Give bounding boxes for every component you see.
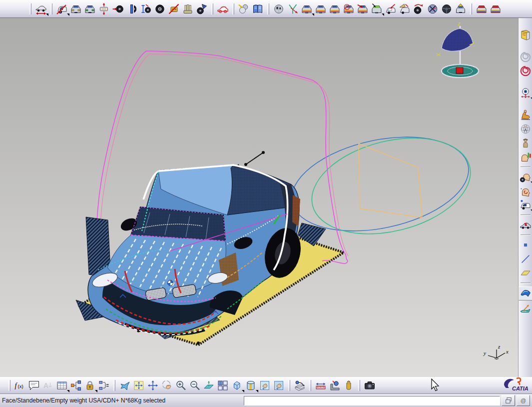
car_rear_circle-icon: [343, 3, 355, 15]
wheel-approach-button[interactable]: [111, 2, 124, 16]
catalog-browser-top-button[interactable]: [251, 2, 264, 16]
toolbar-handle[interactable]: [113, 380, 115, 391]
toolbar-handle[interactable]: [470, 4, 472, 14]
sightline-measure-button[interactable]: [286, 2, 299, 16]
dropdown-arrow-icon[interactable]: [46, 14, 48, 16]
surface-tool-button[interactable]: [519, 286, 532, 300]
pedal-unit-button[interactable]: [181, 2, 194, 16]
ground-clearance-button[interactable]: [167, 2, 180, 16]
measure-inertia-button[interactable]: [342, 379, 355, 392]
extrapolate-surface-button[interactable]: [519, 302, 532, 314]
wheel-splash-zone-button[interactable]: [195, 2, 208, 16]
license-plate-clearance-button[interactable]: [97, 2, 110, 16]
dropdown-arrow-icon[interactable]: [531, 210, 532, 212]
airplane-icon: [119, 380, 131, 392]
update-all-button[interactable]: [519, 64, 532, 78]
vehicle-target-point-button[interactable]: [519, 198, 532, 212]
fly-mode-button[interactable]: [118, 379, 131, 392]
toolbar-handle[interactable]: [50, 4, 52, 14]
toolbar-handle[interactable]: [8, 380, 10, 391]
vision-analysis-button[interactable]: [519, 86, 532, 100]
turntable-icon: [294, 380, 306, 392]
dropdown-arrow-icon[interactable]: [531, 182, 532, 184]
knowledge-inspector-button[interactable]: [237, 2, 250, 16]
vehicle-dimensions-button[interactable]: [34, 2, 47, 16]
power-input-button[interactable]: @: [517, 395, 530, 406]
measure-between-button[interactable]: [314, 379, 327, 392]
mirror-field-zone-button[interactable]: [342, 2, 355, 16]
windshield-vision-button[interactable]: [384, 2, 397, 16]
rear-visibility-a-button[interactable]: [300, 2, 313, 16]
head-turn-wheel-button[interactable]: [519, 170, 532, 184]
viewport-canvas[interactable]: z z x y: [0, 18, 518, 377]
annotation-button[interactable]: [27, 379, 40, 392]
plane-tool-button[interactable]: [519, 266, 532, 280]
rear-visibility-c-button[interactable]: [328, 2, 341, 16]
wheel_arrow2-icon: [413, 3, 425, 15]
toolbar-handle[interactable]: [211, 4, 213, 14]
hide-show-button[interactable]: [258, 379, 271, 392]
toolbar-handle[interactable]: [309, 380, 311, 391]
side-vision-wedge-button[interactable]: [398, 2, 411, 16]
zoom-out-button[interactable]: [188, 379, 201, 392]
product-structure-button[interactable]: [69, 379, 82, 392]
comfort-analysis-button[interactable]: [519, 150, 532, 164]
reach-envelope-button[interactable]: [519, 122, 532, 136]
toolbar-handle[interactable]: [358, 380, 360, 391]
rear-lamps-green-button[interactable]: [83, 2, 96, 16]
render-style-button[interactable]: [244, 379, 257, 392]
text-note-button[interactable]: A: [41, 379, 54, 392]
line-tool-button[interactable]: [519, 252, 532, 266]
formula-button[interactable]: f(x): [13, 379, 26, 392]
wheel-clearance-button[interactable]: [139, 2, 152, 16]
swap-visible-space-button[interactable]: [272, 379, 285, 392]
toolbar-handle[interactable]: [232, 4, 234, 14]
point-tool-button[interactable]: [519, 238, 532, 252]
design-table-button[interactable]: [55, 379, 68, 392]
vehicle-profile-button[interactable]: [216, 2, 229, 16]
catalog-button[interactable]: [519, 28, 532, 42]
occupant-seat-button[interactable]: [519, 218, 532, 232]
dropdown-arrow-icon[interactable]: [531, 98, 532, 100]
wheel-barrier-button[interactable]: [125, 2, 138, 16]
tire-envelope-button[interactable]: [153, 2, 166, 16]
impact-zone-rear-button[interactable]: [489, 2, 502, 16]
measure-item-button[interactable]: [328, 379, 341, 392]
tire-icon: [154, 3, 166, 15]
pan-button[interactable]: [146, 379, 159, 392]
impact-zone-front-button[interactable]: [475, 2, 488, 16]
rear-lamps-yellow-button[interactable]: [69, 2, 82, 16]
rear-view-angle-button[interactable]: [356, 2, 369, 16]
wheel-envelope-button[interactable]: [55, 2, 68, 16]
fit-all-in-button[interactable]: [132, 379, 145, 392]
rear-visibility-b-button[interactable]: [314, 2, 327, 16]
wheel-turning-radius-button[interactable]: [412, 2, 425, 16]
head-position-button[interactable]: [272, 2, 285, 16]
roof-clearance-button[interactable]: [454, 2, 467, 16]
relations-button[interactable]: [97, 379, 110, 392]
multi-view-button[interactable]: [216, 379, 229, 392]
lock-update-button[interactable]: [83, 379, 96, 392]
toolbar-handle[interactable]: [288, 380, 290, 391]
command-input[interactable]: [244, 396, 500, 406]
wiper-field-button[interactable]: [426, 2, 439, 16]
toolbar-handle[interactable]: [267, 4, 269, 14]
quick-capture-button[interactable]: [363, 379, 376, 392]
viewport-3d[interactable]: z z x y: [0, 18, 518, 377]
isometric-view-button[interactable]: [230, 379, 243, 392]
update-inactive-button[interactable]: [519, 50, 532, 64]
normal-view-button[interactable]: [202, 379, 215, 392]
rotate-button[interactable]: [160, 379, 173, 392]
manikin-button[interactable]: [519, 136, 532, 150]
hood-visibility-button[interactable]: [370, 2, 383, 16]
at_icon-icon: @: [519, 396, 529, 405]
toolbar-handle[interactable]: [29, 4, 31, 14]
posture-evaluation-button[interactable]: [519, 108, 532, 122]
hearing-analysis-button[interactable]: [519, 184, 532, 198]
doc-window-button[interactable]: [502, 395, 515, 406]
cylinder-icon: [245, 380, 257, 392]
zoom-in-button[interactable]: [174, 379, 187, 392]
compass-handle[interactable]: [456, 68, 463, 74]
turntable-button[interactable]: [293, 379, 306, 392]
steering-wheel-button[interactable]: [440, 2, 453, 16]
